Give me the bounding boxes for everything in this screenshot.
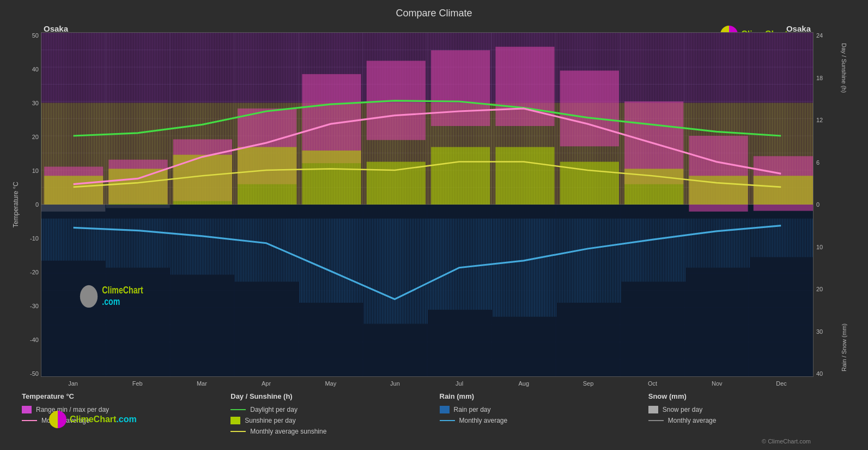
svg-text:.com: .com — [102, 296, 120, 307]
x-tick-jun: Jun — [363, 379, 427, 387]
legend-swatch-snow — [648, 406, 658, 413]
svg-rect-70 — [173, 155, 232, 205]
legend-item-rain-bar: Rain per day — [440, 406, 648, 413]
svg-rect-51 — [622, 219, 685, 282]
x-tick-nov: Nov — [685, 379, 749, 387]
legend-label-daylight: Daylight per day — [250, 406, 298, 413]
svg-rect-69 — [108, 169, 167, 205]
legend-swatch-rain — [440, 406, 450, 413]
legend-title-snow: Snow (mm) — [648, 392, 857, 400]
x-tick-oct: Oct — [621, 379, 685, 387]
y-axis-left-ticks: 50 40 30 20 10 0 -10 -20 -30 -40 -50 — [30, 32, 41, 377]
legend-label-rain: Rain per day — [454, 406, 491, 413]
copyright: © ClimeChart.com — [11, 438, 811, 445]
svg-rect-72 — [302, 151, 361, 205]
chart-area: ClimeChart .com — [41, 32, 814, 377]
svg-rect-49 — [493, 219, 556, 317]
legend-label-snow-avg: Monthly average — [668, 417, 717, 424]
svg-rect-45 — [235, 219, 299, 282]
svg-rect-75 — [495, 147, 554, 205]
legend-label-sunshine-avg: Monthly average sunshine — [250, 428, 326, 435]
x-tick-apr: Apr — [234, 379, 299, 387]
legend-line-temp — [22, 420, 37, 421]
svg-rect-43 — [106, 219, 169, 268]
svg-text:ClimeChart: ClimeChart — [102, 285, 143, 296]
legend-area: Temperature °C Range min / max per day M… — [11, 392, 857, 435]
legend-label-rain-avg: Monthly average — [459, 417, 508, 424]
svg-rect-68 — [44, 176, 103, 205]
legend-swatch-temp — [22, 406, 32, 413]
legend-line-daylight — [230, 409, 246, 410]
logo-bottom-left: ClimeChart.com — [49, 411, 137, 428]
legend-group-snow: Snow (mm) Snow per day Monthly average — [648, 392, 857, 435]
svg-rect-50 — [557, 219, 621, 303]
legend-item-sunshine-bar: Sunshine per day — [230, 417, 439, 424]
x-tick-may: May — [299, 379, 363, 387]
svg-rect-48 — [428, 219, 492, 310]
y-axis-left-label: Temperature °C — [12, 182, 20, 227]
legend-swatch-sunshine — [230, 417, 240, 424]
page-container: Compare Climate Osaka Osaka ClimeChart.c… — [0, 0, 868, 450]
legend-line-sunshine — [230, 431, 246, 432]
legend-title-sunshine: Day / Sunshine (h) — [230, 392, 439, 400]
x-tick-aug: Aug — [491, 379, 556, 387]
svg-rect-73 — [367, 162, 426, 205]
svg-rect-64 — [560, 70, 619, 146]
x-tick-sep: Sep — [556, 379, 620, 387]
svg-rect-60 — [302, 74, 361, 163]
logo-text-bottom: ClimeChart.com — [70, 415, 137, 424]
logo-icon-bottom — [49, 411, 66, 428]
legend-item-snow-avg: Monthly average — [648, 417, 857, 424]
svg-rect-42 — [41, 219, 105, 261]
legend-line-rain — [440, 420, 455, 421]
x-tick-jul: Jul — [427, 379, 491, 387]
svg-rect-79 — [754, 176, 813, 205]
legend-label-snow: Snow per day — [663, 406, 702, 413]
legend-title-rain: Rain (mm) — [440, 392, 648, 400]
svg-rect-71 — [238, 147, 296, 205]
legend-group-rain: Rain (mm) Rain per day Monthly average — [440, 392, 648, 435]
svg-rect-54 — [41, 205, 105, 212]
x-axis: Jan Feb Mar Apr May Jun Jul Aug Sep Oct … — [41, 379, 814, 387]
legend-item-rain-avg: Monthly average — [440, 417, 648, 424]
svg-rect-46 — [299, 219, 363, 303]
legend-item-snow-bar: Snow per day — [648, 406, 857, 413]
legend-group-sunshine: Day / Sunshine (h) Daylight per day Suns… — [230, 392, 439, 435]
x-tick-mar: Mar — [169, 379, 234, 387]
x-tick-jan: Jan — [41, 379, 105, 387]
svg-rect-62 — [431, 50, 490, 126]
svg-rect-47 — [364, 219, 428, 324]
page-title: Compare Climate — [396, 8, 472, 19]
svg-rect-74 — [431, 147, 490, 205]
svg-rect-55 — [106, 205, 169, 208]
legend-title-temp: Temperature °C — [22, 392, 230, 400]
svg-rect-52 — [686, 219, 750, 268]
y-label-rain: Rain / Snow (mm) — [841, 323, 847, 371]
svg-point-80 — [80, 285, 98, 308]
y-axis-right-labels: Day / Sunshine (h) Rain / Snow (mm) — [835, 32, 857, 377]
x-tick-feb: Feb — [105, 379, 169, 387]
legend-item-sunshine-avg: Monthly average sunshine — [230, 428, 439, 435]
y-axis-right: 24 18 12 6 0 10 20 30 40 Day / Sunshine … — [814, 32, 857, 377]
legend-item-daylight: Daylight per day — [230, 406, 439, 413]
legend-line-snow — [648, 420, 664, 421]
svg-rect-53 — [751, 219, 813, 257]
x-tick-dec: Dec — [749, 379, 814, 387]
chart-svg: ClimeChart .com — [41, 33, 813, 376]
svg-rect-44 — [171, 219, 234, 275]
y-axis-right-sunshine: 24 18 12 6 0 10 20 30 40 — [814, 32, 835, 377]
legend-label-sunshine: Sunshine per day — [245, 417, 295, 424]
y-label-sunshine: Day / Sunshine (h) — [841, 43, 847, 93]
